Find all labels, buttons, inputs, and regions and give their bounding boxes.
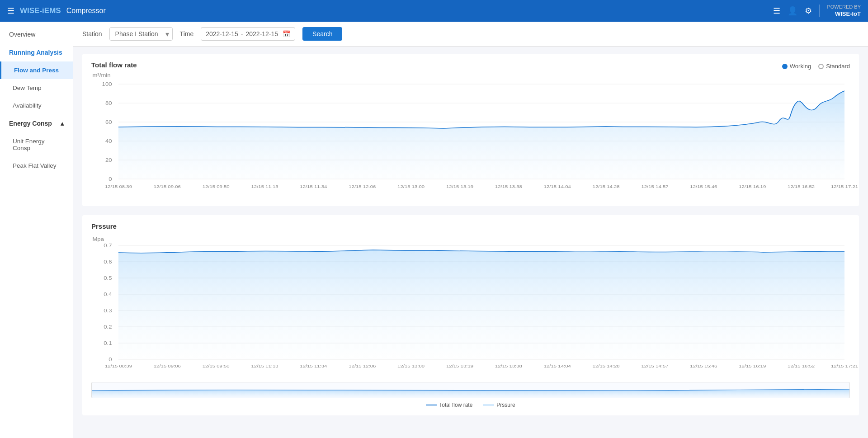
svg-text:12/15 12:06: 12/15 12:06 [349,184,376,189]
svg-text:12/15 09:06: 12/15 09:06 [154,184,181,189]
mini-chart [91,382,850,398]
svg-text:12/15 14:28: 12/15 14:28 [593,184,620,189]
svg-text:0.5: 0.5 [104,275,112,281]
sidebar-item-flow-and-press[interactable]: Flow and Press [0,61,73,79]
svg-text:12/15 11:34: 12/15 11:34 [300,184,327,189]
sidebar-item-peak-flat-valley[interactable]: Peak Flat Valley [0,157,73,174]
svg-text:12/15 13:38: 12/15 13:38 [495,184,522,189]
svg-text:12/15 14:28: 12/15 14:28 [593,364,620,368]
main-content: Station Phase I Station Time 2022-12-15 … [73,22,868,438]
sidebar-item-dew-temp[interactable]: Dew Temp [0,79,73,97]
svg-text:12/15 11:34: 12/15 11:34 [300,364,327,368]
chart2-title: Prssure [91,222,117,230]
svg-text:0.4: 0.4 [104,292,112,297]
svg-text:12/15 14:57: 12/15 14:57 [641,184,668,189]
svg-text:12/15 08:39: 12/15 08:39 [105,364,132,368]
flow-rate-svg: m³/min 100 80 60 40 20 0 [91,71,850,197]
chevron-up-icon: ▴ [61,120,64,127]
svg-text:0.7: 0.7 [104,243,112,249]
svg-text:40: 40 [105,138,112,144]
time-label: Time [180,30,194,38]
svg-text:12/15 09:50: 12/15 09:50 [203,184,230,189]
svg-text:12/15 08:39: 12/15 08:39 [105,184,132,189]
svg-text:12/15 09:06: 12/15 09:06 [154,364,181,368]
topbar-right: ☰ 👤 ⚙ POWERED BY WISE-IoT [773,4,861,18]
sidebar-item-availability[interactable]: Availability [0,97,73,114]
legend-pressure-line [483,405,494,405]
svg-text:12/15 09:50: 12/15 09:50 [203,364,230,368]
pressure-chart-block: Prssure Mpa 0.7 0.6 0.5 0.4 0.3 [82,215,859,415]
topbar-left: ☰ WISE-iEMS Compressor [7,6,106,16]
svg-text:12/15 16:19: 12/15 16:19 [739,364,766,368]
user-icon[interactable]: 👤 [788,6,797,16]
svg-text:12/15 11:13: 12/15 11:13 [251,184,278,189]
legend-flow-rate: Total flow rate [426,402,472,408]
charts-area: Total flow rate Working Standard [73,47,868,432]
time-range[interactable]: 2022-12-15 - 2022-12-15 📅 [201,27,295,41]
time-start: 2022-12-15 [206,30,238,38]
svg-text:12/15 13:00: 12/15 13:00 [397,364,425,368]
legend-pressure: Prssure [483,402,515,408]
svg-text:0.6: 0.6 [104,259,112,265]
legend-standard-dot [818,64,824,69]
svg-text:12/15 13:00: 12/15 13:00 [397,184,425,189]
svg-text:20: 20 [105,157,112,163]
legend-working[interactable]: Working [782,63,811,70]
svg-text:Mpa: Mpa [92,236,104,242]
legend-flow-line [426,405,437,405]
svg-text:12/15 14:04: 12/15 14:04 [544,184,571,189]
svg-text:12/15 16:52: 12/15 16:52 [788,184,815,189]
svg-text:12/15 16:19: 12/15 16:19 [739,184,766,189]
powered-by: POWERED BY WISE-IoT [827,4,861,18]
sidebar-item-unit-energy-consp[interactable]: Unit Energy Consp [0,132,73,157]
svg-text:12/15 14:04: 12/15 14:04 [544,364,571,368]
app-logo: WISE-iEMS [20,6,61,15]
pressure-svg: Mpa 0.7 0.6 0.5 0.4 0.3 0.2 0.1 [91,232,850,377]
legend-standard[interactable]: Standard [818,63,850,70]
svg-text:0.1: 0.1 [104,340,112,346]
chart2-header: Prssure [91,222,850,232]
svg-text:60: 60 [105,119,112,125]
toolbar: Station Phase I Station Time 2022-12-15 … [73,22,868,47]
sidebar-item-running-analysis[interactable]: Running Analysis [0,43,73,61]
svg-text:0.3: 0.3 [104,308,112,314]
time-separator: - [241,30,243,38]
sidebar-item-overview[interactable]: Overview [0,25,73,43]
topbar: ☰ WISE-iEMS Compressor ☰ 👤 ⚙ POWERED BY … [0,0,868,22]
svg-text:12/15 16:52: 12/15 16:52 [788,364,815,368]
svg-text:12/15 11:13: 12/15 11:13 [251,364,278,368]
svg-text:100: 100 [102,81,112,87]
app-name: Compressor [66,7,106,15]
svg-text:0: 0 [108,357,112,363]
svg-text:12/15 13:19: 12/15 13:19 [446,364,473,368]
svg-text:12/15 17:21: 12/15 17:21 [831,184,858,189]
menu-icon-right[interactable]: ☰ [773,6,780,16]
svg-text:80: 80 [105,100,112,106]
menu-icon[interactable]: ☰ [7,6,14,16]
bottom-legend: Total flow rate Prssure [91,402,850,408]
legend-working-dot [782,64,788,69]
svg-text:12/15 15:46: 12/15 15:46 [690,364,717,368]
time-end: 2022-12-15 [245,30,278,38]
svg-text:12/15 15:46: 12/15 15:46 [690,184,717,189]
chart1-header: Total flow rate Working Standard [91,61,850,71]
divider [819,5,820,17]
sidebar: Overview Running Analysis Flow and Press… [0,22,73,438]
svg-text:12/15 13:19: 12/15 13:19 [446,184,473,189]
svg-text:0: 0 [108,176,112,182]
svg-text:0.2: 0.2 [104,324,112,330]
svg-text:12/15 13:38: 12/15 13:38 [495,364,522,368]
sidebar-item-energy-consp[interactable]: Energy Consp ▴ [0,114,73,132]
chart1-legend: Working Standard [782,63,850,70]
station-select[interactable]: Phase I Station [109,27,173,41]
gear-icon[interactable]: ⚙ [805,6,812,16]
calendar-icon[interactable]: 📅 [283,30,290,38]
chart1-title: Total flow rate [91,61,137,69]
station-label: Station [82,30,102,38]
svg-text:12/15 14:57: 12/15 14:57 [641,364,668,368]
search-button[interactable]: Search [302,27,342,41]
svg-text:12/15 17:21: 12/15 17:21 [831,364,858,368]
svg-text:12/15 12:06: 12/15 12:06 [349,364,376,368]
flow-rate-chart-block: Total flow rate Working Standard [82,54,859,206]
station-select-wrapper[interactable]: Phase I Station [109,27,173,41]
